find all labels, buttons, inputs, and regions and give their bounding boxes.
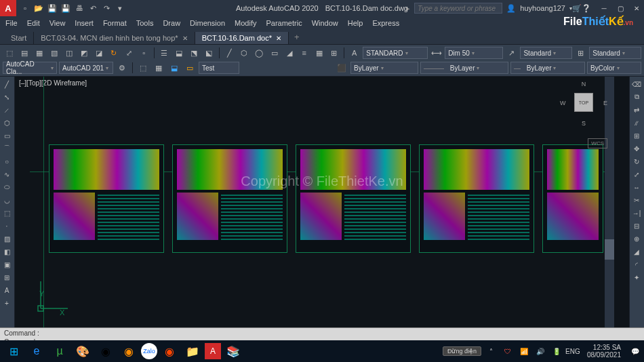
- doc-tab-start[interactable]: Start: [4, 32, 34, 44]
- join-tool-icon[interactable]: ⊕: [630, 233, 643, 245]
- text-style-combo[interactable]: STANDARD▾: [363, 47, 428, 59]
- tool-icon[interactable]: ▭: [268, 47, 281, 59]
- close-button[interactable]: ✕: [629, 2, 644, 14]
- block-tool-icon[interactable]: ⬚: [0, 207, 14, 219]
- scale-tool-icon[interactable]: ⤢: [630, 168, 643, 180]
- menu-file[interactable]: File: [5, 19, 18, 27]
- color-icon[interactable]: ⬛: [335, 62, 348, 74]
- offset-tool-icon[interactable]: ⫽: [630, 117, 643, 129]
- text-icon[interactable]: A: [348, 47, 361, 59]
- tool-icon[interactable]: ◢: [283, 47, 296, 59]
- polyline-tool-icon[interactable]: ⟋: [0, 104, 14, 116]
- tool-icon[interactable]: ▭: [183, 62, 197, 74]
- copy-tool-icon[interactable]: ⧉: [630, 91, 643, 103]
- view-label[interactable]: [–][Top][2D Wireframe]: [19, 79, 87, 87]
- tool-icon[interactable]: ⬚: [3, 47, 16, 59]
- line-icon[interactable]: ╱: [223, 47, 236, 59]
- line-tool-icon[interactable]: ╱: [0, 78, 14, 90]
- erase-tool-icon[interactable]: ⌫: [630, 78, 643, 90]
- ellipse-tool-icon[interactable]: ⬭: [0, 181, 14, 193]
- viewcube-east[interactable]: E: [603, 100, 607, 106]
- taskbar-explorer-icon[interactable]: 📁: [182, 342, 203, 361]
- viewcube-north[interactable]: N: [582, 81, 586, 87]
- fillet-tool-icon[interactable]: ◜: [630, 258, 643, 270]
- tool-icon[interactable]: ◪: [92, 47, 105, 59]
- viewcube-west[interactable]: W: [560, 100, 566, 106]
- tool-icon[interactable]: ⬕: [203, 47, 216, 59]
- drawing-canvas[interactable]: [–][Top][2D Wireframe] N S E W TOP WCS: [15, 77, 629, 327]
- qat-dropdown-icon[interactable]: ▾: [114, 2, 126, 14]
- mirror-tool-icon[interactable]: ⇄: [630, 104, 643, 116]
- qat-save-icon[interactable]: 💾: [46, 2, 58, 14]
- menu-parametric[interactable]: Parametric: [266, 19, 302, 27]
- tray-battery-icon[interactable]: 🔋: [550, 348, 563, 355]
- menu-edit[interactable]: Edit: [27, 19, 40, 27]
- menu-modify[interactable]: Modify: [235, 19, 256, 27]
- battery-status[interactable]: Đừng điện: [443, 346, 481, 356]
- lineweight-combo[interactable]: — ByLayer▾: [510, 62, 585, 74]
- help-icon[interactable]: ❔: [582, 4, 591, 13]
- tray-shield-icon[interactable]: 🛡: [502, 348, 514, 355]
- tray-clock[interactable]: 12:35 SA 08/09/2021: [583, 344, 625, 359]
- qat-new-icon[interactable]: ▫: [19, 2, 31, 14]
- point-tool-icon[interactable]: ·: [0, 220, 14, 232]
- menu-help[interactable]: Help: [348, 19, 363, 27]
- menu-format[interactable]: Format: [103, 19, 127, 27]
- taskbar-chrome-icon[interactable]: ◉: [95, 342, 117, 361]
- new-tab-button[interactable]: +: [289, 30, 305, 44]
- tool-icon[interactable]: ▦: [152, 62, 165, 74]
- test-combo[interactable]: Test: [199, 62, 239, 74]
- user-name[interactable]: huyhoang127: [520, 4, 565, 12]
- polygon-tool-icon[interactable]: ⬡: [0, 117, 14, 129]
- dim-icon[interactable]: ⟷: [430, 47, 443, 59]
- mtext-tool-icon[interactable]: A: [0, 284, 14, 296]
- rectangle-tool-icon[interactable]: ▭: [0, 129, 14, 142]
- table-tool-icon[interactable]: ⊞: [0, 271, 14, 283]
- viewcube-top[interactable]: TOP: [574, 93, 593, 112]
- rotate-tool-icon[interactable]: ↻: [630, 155, 643, 167]
- menu-dimension[interactable]: Dimension: [190, 19, 225, 27]
- ucs-icon[interactable]: Y X: [34, 275, 75, 318]
- doc-tab-1[interactable]: BCT.03-04. MCN dien hinh ben tong hop* ✕: [34, 32, 195, 44]
- qat-redo-icon[interactable]: ↷: [100, 2, 113, 14]
- qat-print-icon[interactable]: 🖶: [73, 2, 85, 14]
- tray-language[interactable]: ENG: [567, 348, 579, 355]
- maximize-button[interactable]: ▢: [613, 2, 628, 14]
- gear-icon[interactable]: ⚙: [115, 62, 129, 74]
- workspace-combo-1[interactable]: AutoCAD Cla...▾: [3, 62, 57, 74]
- minimize-button[interactable]: ─: [597, 2, 611, 14]
- taskbar-app-icon[interactable]: ◉: [118, 342, 140, 361]
- std-combo-2[interactable]: Standard▾: [589, 47, 641, 59]
- drawing-sheet[interactable]: [419, 144, 534, 253]
- qat-saveas-icon[interactable]: 💾: [60, 2, 72, 14]
- menu-draw[interactable]: Draw: [163, 19, 180, 27]
- qat-undo-icon[interactable]: ↶: [87, 2, 99, 14]
- explode-tool-icon[interactable]: ✦: [630, 271, 643, 283]
- menu-tools[interactable]: Tools: [136, 19, 154, 27]
- xline-tool-icon[interactable]: ⤡: [0, 91, 14, 103]
- circle-tool-icon[interactable]: ○: [0, 155, 14, 167]
- wcs-label[interactable]: WCS: [588, 138, 607, 148]
- array-tool-icon[interactable]: ⊞: [630, 129, 643, 142]
- tool-icon[interactable]: ⬓: [173, 47, 186, 59]
- tool-icon[interactable]: ⬡: [238, 47, 251, 59]
- tool-icon[interactable]: ▫: [138, 47, 150, 59]
- taskbar-app-icon[interactable]: ◉: [159, 342, 180, 361]
- tool-icon[interactable]: ⬔: [188, 47, 201, 59]
- tool-icon[interactable]: ▦: [33, 47, 45, 59]
- std-combo-1[interactable]: Standard▾: [520, 47, 572, 59]
- trim-tool-icon[interactable]: ✂: [630, 194, 643, 206]
- taskbar-ie-icon[interactable]: e: [26, 342, 47, 361]
- extend-tool-icon[interactable]: →|: [630, 207, 643, 219]
- taskbar-paint-icon[interactable]: 🎨: [72, 342, 94, 361]
- table-icon[interactable]: ⊞: [574, 47, 587, 59]
- drawing-sheet[interactable]: [172, 144, 287, 253]
- tool-icon[interactable]: ▧: [47, 47, 60, 59]
- menu-view[interactable]: View: [49, 19, 66, 27]
- workspace-combo-2[interactable]: AutoCAD 201▾: [59, 62, 113, 74]
- gradient-tool-icon[interactable]: ◧: [0, 245, 14, 258]
- spline-tool-icon[interactable]: ∿: [0, 168, 14, 180]
- signin-icon[interactable]: 👤: [506, 4, 516, 13]
- layer-color-combo[interactable]: ByLayer▾: [350, 62, 418, 74]
- tool-icon[interactable]: ⬚: [136, 62, 150, 74]
